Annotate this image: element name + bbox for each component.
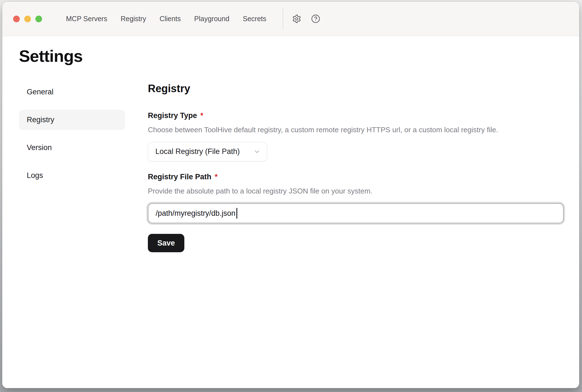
registry-file-path-label-text: Registry File Path xyxy=(148,173,211,181)
nav-item-registry[interactable]: Registry xyxy=(121,15,146,22)
window-minimize-button[interactable] xyxy=(24,16,31,22)
sidebar-item-registry[interactable]: Registry xyxy=(19,110,125,130)
nav-item-playground[interactable]: Playground xyxy=(194,15,229,22)
titlebar-divider xyxy=(283,9,283,29)
window-controls xyxy=(13,16,42,22)
text-cursor xyxy=(236,208,237,219)
required-marker: * xyxy=(215,173,218,181)
registry-type-description: Choose between ToolHive default registry… xyxy=(148,126,564,134)
registry-file-path-value: /path/myregistry/db.json xyxy=(156,209,236,218)
sidebar-item-logs[interactable]: Logs xyxy=(19,165,125,186)
registry-type-label-text: Registry Type xyxy=(148,111,197,120)
save-button[interactable]: Save xyxy=(148,234,184,252)
page-title: Settings xyxy=(19,48,579,65)
registry-file-path-input[interactable]: /path/myregistry/db.json xyxy=(148,203,564,223)
registry-file-path-field: Registry File Path* Provide the absolute… xyxy=(148,173,564,223)
registry-type-label: Registry Type* xyxy=(148,112,564,119)
sidebar-item-general[interactable]: General xyxy=(19,82,125,102)
help-button[interactable] xyxy=(311,14,321,24)
settings-button[interactable] xyxy=(292,14,302,24)
window-zoom-button[interactable] xyxy=(35,16,42,22)
section-heading: Registry xyxy=(148,83,564,95)
settings-page: Settings General Registry Version Logs R… xyxy=(2,36,579,388)
chevron-down-icon xyxy=(253,148,261,155)
top-nav: MCP Servers Registry Clients Playground … xyxy=(66,15,266,22)
registry-type-selected-value: Local Registry (File Path) xyxy=(155,147,240,156)
settings-sidebar: General Registry Version Logs xyxy=(19,82,125,252)
registry-file-path-label: Registry File Path* xyxy=(148,173,564,181)
registry-settings-panel: Registry Registry Type* Choose between T… xyxy=(148,82,564,252)
registry-type-field: Registry Type* Choose between ToolHive d… xyxy=(148,112,564,161)
registry-file-path-description: Provide the absolute path to a local reg… xyxy=(148,187,564,195)
help-circle-icon xyxy=(311,14,320,23)
nav-item-clients[interactable]: Clients xyxy=(160,15,181,22)
nav-item-mcp-servers[interactable]: MCP Servers xyxy=(66,15,107,22)
window-close-button[interactable] xyxy=(13,16,20,22)
required-marker: * xyxy=(200,111,204,120)
sidebar-item-version[interactable]: Version xyxy=(19,138,125,158)
app-window: MCP Servers Registry Clients Playground … xyxy=(2,2,579,388)
titlebar: MCP Servers Registry Clients Playground … xyxy=(2,2,579,36)
registry-type-select[interactable]: Local Registry (File Path) xyxy=(148,142,267,161)
nav-item-secrets[interactable]: Secrets xyxy=(243,15,266,22)
gear-icon xyxy=(292,14,301,23)
